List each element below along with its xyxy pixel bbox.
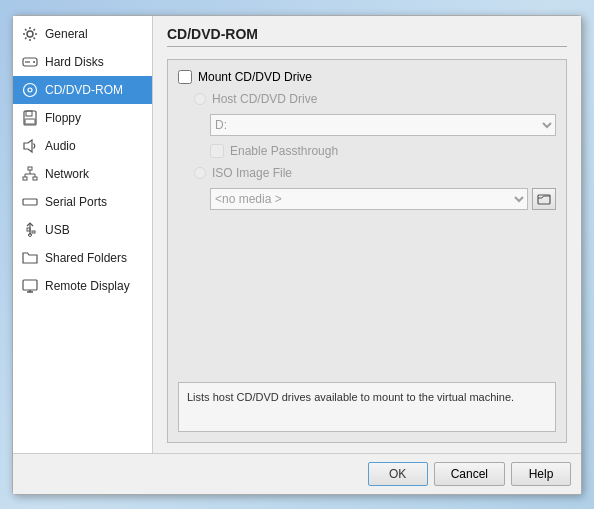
- svg-rect-10: [28, 167, 32, 170]
- browse-button[interactable]: [532, 188, 556, 210]
- section-title: CD/DVD-ROM: [167, 26, 567, 47]
- svg-rect-25: [23, 280, 37, 290]
- svg-rect-17: [23, 199, 37, 205]
- spacer: [178, 218, 556, 374]
- sidebar-item-remote-display-label: Remote Display: [45, 279, 130, 293]
- svg-point-5: [28, 88, 32, 92]
- ok-button[interactable]: OK: [368, 462, 428, 486]
- iso-label: ISO Image File: [212, 166, 292, 180]
- sidebar-item-serial-ports[interactable]: Serial Ports: [13, 188, 152, 216]
- host-drive-dropdown-row: D:: [210, 114, 556, 136]
- sidebar-item-audio-label: Audio: [45, 139, 76, 153]
- svg-point-0: [27, 31, 33, 37]
- svg-marker-9: [24, 140, 32, 152]
- shared-folders-icon: [21, 249, 39, 267]
- settings-dialog: General Hard Disks CD/DVD-ROM Floppy: [12, 15, 582, 495]
- svg-point-4: [24, 83, 37, 96]
- sidebar-item-shared-folders-label: Shared Folders: [45, 251, 127, 265]
- sidebar-item-general[interactable]: General: [13, 20, 152, 48]
- host-drive-select[interactable]: D:: [210, 114, 556, 136]
- svg-rect-22: [32, 231, 35, 233]
- sidebar-item-usb-label: USB: [45, 223, 70, 237]
- mount-checkbox[interactable]: [178, 70, 192, 84]
- iso-dropdown-row: <no media >: [210, 188, 556, 210]
- sidebar-item-cd-dvd-label: CD/DVD-ROM: [45, 83, 123, 97]
- iso-radio[interactable]: [194, 167, 206, 179]
- serial-ports-icon: [21, 193, 39, 211]
- sidebar-item-audio[interactable]: Audio: [13, 132, 152, 160]
- sidebar-item-shared-folders[interactable]: Shared Folders: [13, 244, 152, 272]
- general-icon: [21, 25, 39, 43]
- cancel-button[interactable]: Cancel: [434, 462, 505, 486]
- audio-icon: [21, 137, 39, 155]
- svg-rect-8: [25, 119, 35, 124]
- dialog-footer: OK Cancel Help: [13, 453, 581, 494]
- passthrough-checkbox[interactable]: [210, 144, 224, 158]
- floppy-icon: [21, 109, 39, 127]
- info-text: Lists host CD/DVD drives available to mo…: [187, 391, 514, 403]
- svg-rect-23: [27, 228, 30, 231]
- iso-radio-row: ISO Image File: [194, 166, 556, 180]
- usb-icon: [21, 221, 39, 239]
- sidebar-item-floppy-label: Floppy: [45, 111, 81, 125]
- network-icon: [21, 165, 39, 183]
- sidebar-item-floppy[interactable]: Floppy: [13, 104, 152, 132]
- iso-select[interactable]: <no media >: [210, 188, 528, 210]
- sidebar-item-serial-ports-label: Serial Ports: [45, 195, 107, 209]
- remote-display-icon: [21, 277, 39, 295]
- svg-rect-7: [26, 111, 32, 116]
- main-content: CD/DVD-ROM Mount CD/DVD Drive Host CD/DV…: [153, 16, 581, 453]
- sidebar-item-general-label: General: [45, 27, 88, 41]
- host-drive-radio[interactable]: [194, 93, 206, 105]
- options-panel: Mount CD/DVD Drive Host CD/DVD Drive D: …: [167, 59, 567, 443]
- mount-label: Mount CD/DVD Drive: [198, 70, 312, 84]
- sidebar-item-remote-display[interactable]: Remote Display: [13, 272, 152, 300]
- svg-rect-11: [23, 177, 27, 180]
- help-button[interactable]: Help: [511, 462, 571, 486]
- host-drive-radio-row: Host CD/DVD Drive: [194, 92, 556, 106]
- mount-checkbox-row: Mount CD/DVD Drive: [178, 70, 556, 84]
- hard-disks-icon: [21, 53, 39, 71]
- svg-rect-12: [33, 177, 37, 180]
- passthrough-label: Enable Passthrough: [230, 144, 338, 158]
- sidebar-item-usb[interactable]: USB: [13, 216, 152, 244]
- sidebar-item-hard-disks-label: Hard Disks: [45, 55, 104, 69]
- sidebar-item-network[interactable]: Network: [13, 160, 152, 188]
- svg-point-2: [33, 61, 35, 63]
- cd-dvd-icon: [21, 81, 39, 99]
- passthrough-row: Enable Passthrough: [210, 144, 556, 158]
- host-drive-label: Host CD/DVD Drive: [212, 92, 317, 106]
- sidebar-item-network-label: Network: [45, 167, 89, 181]
- sidebar-item-hard-disks[interactable]: Hard Disks: [13, 48, 152, 76]
- info-box: Lists host CD/DVD drives available to mo…: [178, 382, 556, 432]
- sidebar-item-cd-dvd-rom[interactable]: CD/DVD-ROM: [13, 76, 152, 104]
- sidebar: General Hard Disks CD/DVD-ROM Floppy: [13, 16, 153, 453]
